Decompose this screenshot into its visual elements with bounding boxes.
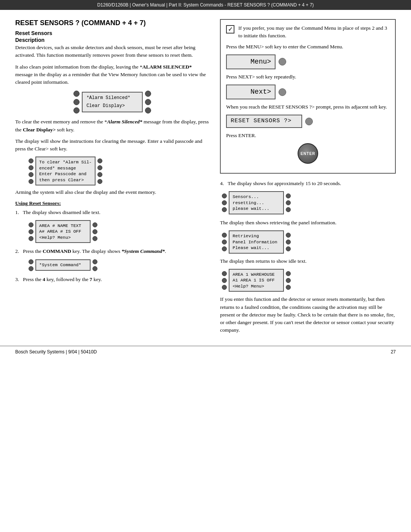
para3-alarm: Alarm Silenced* (107, 119, 142, 125)
page-body: RESET SENSORS ? (COMMAND + 4 + 7) Reset … (0, 10, 411, 346)
screen-1: *Alarm Silenced* Clear Display> (82, 92, 143, 112)
step1-label: 1. (15, 209, 19, 215)
idle-btn-r1 (286, 271, 291, 276)
step2-label: 2. (15, 248, 19, 254)
subsection2-heading: Description (15, 37, 209, 43)
enter-button[interactable]: ENTER (298, 143, 318, 164)
s4-btn-l3 (222, 207, 227, 212)
ret-btn-l2 (222, 240, 227, 244)
s4-btn-l2 (222, 200, 227, 205)
kp2-btn-r1 (97, 158, 102, 163)
screen1-line2: Clear Display> (86, 103, 138, 109)
ret-btn-r1 (286, 233, 291, 238)
s2-btn-l1 (29, 259, 33, 264)
step2-pre: Press the (23, 248, 43, 254)
step1-keypad: AREA # NAME TEXT A# AREA # IS OFF <Help?… (27, 220, 209, 243)
kp2-btn-l3 (29, 172, 33, 177)
ret-line3: Please wait... (233, 245, 280, 251)
next-btn (279, 88, 286, 96)
para4: The display will show the instructions f… (15, 137, 209, 153)
step-3: 3. Press the 4 key, followed by the 7 ke… (15, 276, 209, 283)
page-footer: Bosch Security Systems | 9/04 | 50410D 2… (0, 346, 411, 358)
reset-sensors-display: RESET SENSORS ?> (226, 115, 390, 128)
idle-btn-l1 (222, 271, 227, 276)
reset-sensors-screen: RESET SENSORS ?> (226, 115, 302, 128)
step4-text: 4. The display shows for approximately 1… (220, 180, 396, 187)
kp2-btn-l4 (29, 179, 33, 184)
idle-right-btns (286, 271, 291, 290)
step4-label: 4. (220, 181, 224, 186)
para3-bold: Clear Display> (23, 127, 56, 133)
ret-btn-l3 (222, 246, 227, 251)
s1-right-btns (92, 222, 97, 241)
s1-btn-r2 (92, 229, 97, 234)
screen2-line4: then press Clear> (39, 177, 92, 183)
note-para2: Press the MENU> soft key to enter the Co… (226, 43, 390, 51)
section-title: RESET SENSORS ? (COMMAND + 4 + 7) (15, 19, 209, 27)
checkbox-icon: ✓ (226, 25, 234, 34)
para3: To clear the event memory and remove the… (15, 118, 209, 134)
step3-bold4: 4 (43, 276, 45, 282)
reset-sensors-label: When you reach the RESET SENSORS ?> prom… (226, 103, 390, 111)
kp-btn-l2 (73, 99, 80, 105)
s4-right-btns (286, 193, 291, 212)
screen2-line1: To clear *Alarm Sil- (39, 159, 92, 165)
footer-right: 27 (391, 349, 396, 355)
left-column: RESET SENSORS ? (COMMAND + 4 + 7) Reset … (15, 19, 209, 338)
using-reset-heading: Using Reset Sensors: (15, 200, 209, 206)
enter-btn-container: ENTER (226, 143, 390, 164)
final-para: If you enter this function and the detec… (220, 296, 396, 334)
para1: Detection devices, such as smoke detecto… (15, 44, 209, 59)
kp2-right-btns (97, 158, 102, 184)
step1-screen: AREA # NAME TEXT A# AREA # IS OFF <Help?… (35, 220, 91, 243)
idle-keypad: AREA 1 WAREHOUSE A1 AREA 1 IS OFF <Help?… (220, 269, 396, 292)
idle-line3: <Help? Menu> (233, 283, 280, 289)
right-column: ✓ If you prefer, you may use the Command… (220, 19, 396, 338)
page-header: D1260/D1260B | Owner's Manual | Part II:… (0, 0, 411, 10)
reset-sensors-btn (305, 118, 313, 125)
screen1-line1: *Alarm Silenced* (86, 95, 138, 101)
kp2-btn-r3 (97, 172, 102, 177)
screen2-line3: Enter Passcode and (39, 171, 92, 177)
s1-btn-l3 (29, 236, 33, 241)
step2-italic: *System Command* (121, 248, 165, 254)
step-1: 1. The display shows disarmed idle text.… (15, 209, 209, 243)
kp2-left-btns (29, 158, 33, 184)
s2-line1: *System Command* (39, 262, 87, 268)
menu-display: Menu> (226, 54, 390, 69)
s4-btn-r2 (286, 200, 291, 205)
s1-btn-r1 (92, 222, 97, 227)
kp-btn-r1 (145, 91, 151, 97)
idle-screen: AREA 1 WAREHOUSE A1 AREA 1 IS OFF <Help?… (229, 269, 284, 292)
idle-line1: AREA 1 WAREHOUSE (233, 272, 280, 278)
press-enter-label: Press ENTER. (226, 132, 390, 139)
keypad-display-2: To clear *Alarm Sil- enced* message Ente… (27, 157, 209, 185)
s4-left-btns (222, 193, 227, 212)
screen-2: To clear *Alarm Sil- enced* message Ente… (35, 157, 96, 185)
step3-mid: key, followed by the (45, 276, 90, 282)
step1-text: 1. The display shows disarmed idle text. (15, 209, 209, 216)
para2: It also clears point information from th… (15, 63, 209, 86)
idle-line2: A1 AREA 1 IS OFF (233, 277, 280, 283)
idle-text: The display then returns to show idle te… (220, 257, 396, 265)
step2-keypad: *System Command* (27, 259, 209, 271)
step3-pre: Press the (23, 276, 43, 282)
kp-left-btns-1 (73, 91, 80, 113)
step2-post: key. The display shows (71, 248, 121, 254)
enter-btn-label: ENTER (301, 151, 315, 157)
step1-desc: The display shows disarmed idle text. (23, 209, 100, 215)
step4-screen: Sensors... resetting... please wait... (229, 191, 284, 214)
kp-btn-r3 (145, 107, 151, 113)
s2-btn-r2 (92, 266, 97, 271)
kp2-btn-l2 (29, 165, 33, 170)
step3-label: 3. (15, 276, 19, 282)
step2-text: 2. Press the COMMAND key. The display sh… (15, 248, 209, 255)
s4-line1: Sensors... (233, 194, 280, 200)
s4-line2: resetting... (233, 200, 280, 206)
step3-post: key. (92, 276, 102, 282)
header-manual: Owner's Manual (132, 2, 165, 8)
s1-btn-l2 (29, 229, 33, 234)
retrieving-text: The display then shows retrieving the pa… (220, 219, 396, 227)
para2-bold: ALARM SILENCED* (142, 64, 192, 70)
next-label: Press NEXT> soft key repeatedly. (226, 73, 390, 81)
